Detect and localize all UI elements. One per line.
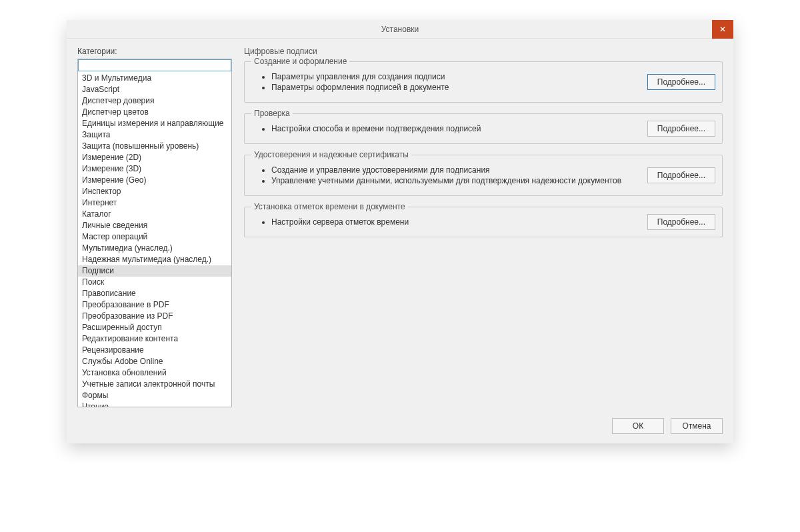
category-item[interactable]: Формы bbox=[78, 390, 231, 401]
categories-label: Категории: bbox=[77, 47, 232, 56]
section-bullets: Настройки способа и времени подтверждени… bbox=[254, 123, 641, 134]
dialog-footer: ОК Отмена bbox=[67, 413, 733, 443]
section-bullet: Настройки способа и времени подтверждени… bbox=[271, 123, 641, 134]
category-item[interactable]: Каталог bbox=[78, 209, 231, 220]
category-item[interactable]: Преобразование в PDF bbox=[78, 299, 231, 311]
category-item[interactable]: Диспетчер доверия bbox=[78, 95, 231, 107]
category-search-input[interactable] bbox=[78, 59, 231, 71]
sections-container: Создание и оформлениеПараметры управлени… bbox=[244, 61, 723, 248]
content-area: Цифровые подписи Создание и оформлениеПа… bbox=[244, 47, 723, 407]
category-item[interactable]: Личные сведения bbox=[78, 220, 231, 231]
section-title: Проверка bbox=[251, 109, 293, 118]
section-body: Параметры управления для создания подпис… bbox=[254, 69, 715, 95]
category-item[interactable]: Диспетчер цветов bbox=[78, 107, 231, 118]
section-bullets: Создание и управление удостоверениями дл… bbox=[254, 165, 641, 186]
settings-section: Установка отметок времени в документеНас… bbox=[244, 207, 723, 237]
sidebar: Категории: 3D и МультимедиаJavaScriptДис… bbox=[77, 47, 232, 407]
settings-section: Удостоверения и надежные сертификатыСозд… bbox=[244, 155, 723, 196]
details-button[interactable]: Подробнее... bbox=[647, 214, 715, 230]
category-item[interactable]: Подписи bbox=[78, 265, 231, 277]
category-item[interactable]: Поиск bbox=[78, 277, 231, 288]
category-item[interactable]: Правописание bbox=[78, 288, 231, 299]
category-item[interactable]: Мультимедиа (унаслед.) bbox=[78, 243, 231, 254]
category-item[interactable]: Надежная мультимедиа (унаслед.) bbox=[78, 254, 231, 265]
category-list[interactable]: 3D и МультимедиаJavaScriptДиспетчер дове… bbox=[77, 59, 232, 407]
category-item[interactable]: Интернет bbox=[78, 197, 231, 209]
details-button[interactable]: Подробнее... bbox=[647, 74, 715, 90]
section-title: Удостоверения и надежные сертификаты bbox=[251, 150, 411, 159]
preferences-dialog: Установки ✕ Категории: 3D и МультимедиаJ… bbox=[67, 20, 733, 443]
category-item[interactable]: Измерение (3D) bbox=[78, 163, 231, 175]
content-heading: Цифровые подписи bbox=[244, 47, 723, 56]
dialog-body: Категории: 3D и МультимедиаJavaScriptДис… bbox=[67, 39, 733, 413]
section-body: Настройки сервера отметок времениПодробн… bbox=[254, 214, 715, 230]
category-item[interactable]: Редактирование контента bbox=[78, 333, 231, 345]
category-item[interactable]: Преобразование из PDF bbox=[78, 311, 231, 322]
section-bullet: Параметры управления для создания подпис… bbox=[271, 71, 641, 82]
close-icon: ✕ bbox=[719, 25, 726, 34]
details-button[interactable]: Подробнее... bbox=[647, 121, 715, 137]
category-item[interactable]: Расширенный доступ bbox=[78, 322, 231, 333]
ok-button[interactable]: ОК bbox=[612, 418, 664, 434]
category-item[interactable]: Службы Adobe Online bbox=[78, 356, 231, 367]
section-bullet: Настройки сервера отметок времени bbox=[271, 217, 641, 227]
section-body: Создание и управление удостоверениями дл… bbox=[254, 162, 715, 189]
category-item[interactable]: Рецензирование bbox=[78, 345, 231, 356]
settings-section: ПроверкаНастройки способа и времени подт… bbox=[244, 113, 723, 144]
category-item[interactable]: Инспектор bbox=[78, 186, 231, 197]
details-button[interactable]: Подробнее... bbox=[647, 167, 715, 183]
category-item[interactable]: Защита (повышенный уровень) bbox=[78, 141, 231, 152]
window-title: Установки bbox=[381, 25, 419, 34]
section-body: Настройки способа и времени подтверждени… bbox=[254, 121, 715, 137]
cancel-button[interactable]: Отмена bbox=[671, 418, 723, 434]
category-item[interactable]: 3D и Мультимедиа bbox=[78, 73, 231, 84]
category-item[interactable]: Единицы измерения и направляющие bbox=[78, 118, 231, 129]
category-item[interactable]: Мастер операций bbox=[78, 231, 231, 243]
settings-section: Создание и оформлениеПараметры управлени… bbox=[244, 61, 723, 103]
category-item[interactable]: Измерение (2D) bbox=[78, 152, 231, 163]
section-bullet: Создание и управление удостоверениями дл… bbox=[271, 165, 641, 175]
section-title: Установка отметок времени в документе bbox=[251, 202, 408, 211]
category-item[interactable]: Установка обновлений bbox=[78, 367, 231, 379]
section-bullet: Параметры оформления подписей в документ… bbox=[271, 82, 641, 93]
section-bullets: Настройки сервера отметок времени bbox=[254, 217, 641, 227]
titlebar: Установки ✕ bbox=[67, 20, 733, 39]
category-item[interactable]: Учетные записи электронной почты bbox=[78, 379, 231, 390]
category-item[interactable]: Защита bbox=[78, 129, 231, 141]
section-title: Создание и оформление bbox=[251, 57, 349, 66]
section-bullet: Управление учетными данными, используемы… bbox=[271, 175, 641, 186]
close-button[interactable]: ✕ bbox=[712, 20, 733, 39]
category-item[interactable]: Измерение (Geo) bbox=[78, 175, 231, 186]
section-bullets: Параметры управления для создания подпис… bbox=[254, 71, 641, 93]
category-item[interactable]: JavaScript bbox=[78, 84, 231, 95]
category-item[interactable]: Чтение bbox=[78, 401, 231, 407]
